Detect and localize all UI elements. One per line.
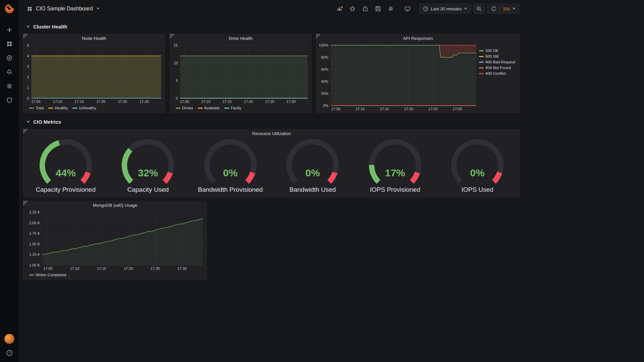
legend-item-200-ok[interactable]: 200 OK (479, 49, 519, 53)
mongodb-usage-chart[interactable]: 17:0517:1017:1517:2017:2517:301.00 K1.25… (24, 209, 206, 271)
sidebar-item-explore[interactable] (0, 51, 19, 65)
legend-item-unhealthy[interactable]: Unhealthy (72, 106, 96, 110)
panel-title[interactable]: Drive Health (170, 34, 312, 43)
gauge-value: 0% (279, 167, 346, 179)
cycle-view-mode-button[interactable] (402, 4, 413, 14)
save-dashboard-button[interactable] (373, 4, 383, 14)
compass-icon (6, 55, 13, 61)
refresh-picker[interactable]: 10s (487, 4, 519, 14)
sidebar-item-alerting[interactable] (0, 65, 19, 79)
gauge-label: Capacity Provisioned (36, 186, 96, 193)
share-icon (362, 6, 368, 12)
row-toggle-cio-metrics[interactable]: CIO Metrics (26, 118, 61, 125)
svg-text:17:20: 17:20 (96, 100, 106, 104)
sidebar-bottom: ? (4, 334, 14, 359)
save-icon (375, 6, 381, 12)
series-color-swatch (198, 108, 203, 109)
gauge-label: Bandwidth Used (289, 186, 336, 193)
panel-info-icon[interactable]: i (23, 129, 28, 134)
legend-label: Faulty (231, 106, 241, 110)
svg-text:17:25: 17:25 (428, 107, 438, 111)
svg-text:17:15: 17:15 (222, 100, 232, 104)
legend-item-available[interactable]: Available (198, 106, 220, 110)
svg-text:17:20: 17:20 (244, 100, 253, 104)
side-menu: ? (0, 0, 19, 362)
svg-text:20%: 20% (321, 92, 328, 96)
dashboard-settings-button[interactable] (386, 4, 396, 14)
series-color-swatch (479, 62, 484, 63)
legend: Writes Completed (24, 271, 206, 279)
svg-text:2.25 K: 2.25 K (29, 210, 40, 214)
time-range-picker[interactable]: Last 30 minutes (419, 4, 471, 14)
panel-info-icon[interactable]: i (23, 34, 28, 39)
panel-info-icon[interactable]: i (23, 201, 28, 206)
gauge-value: 0% (444, 167, 511, 179)
clock-icon (423, 6, 428, 11)
svg-text:17:30: 17:30 (140, 100, 149, 104)
svg-text:1.50 K: 1.50 K (29, 242, 40, 246)
chevron-down-icon (26, 120, 30, 123)
divider (499, 6, 500, 12)
legend-item-409-conflict[interactable]: 409 Conflict (479, 71, 519, 75)
legend-item-writes-completed[interactable]: Writes Completed (29, 273, 66, 277)
svg-text:3: 3 (27, 64, 29, 68)
add-panel-button[interactable] (335, 4, 345, 14)
time-range-label: Last 30 minutes (431, 6, 462, 11)
panel-title[interactable]: API Responses (316, 34, 520, 43)
legend-label: 400 Bad Request (485, 60, 515, 64)
svg-text:5: 5 (27, 43, 29, 47)
legend-item-400-bad-request[interactable]: 400 Bad Request (479, 60, 519, 64)
zoom-out-time-button[interactable] (474, 4, 485, 14)
svg-text:40%: 40% (321, 79, 328, 83)
add-panel-icon (337, 6, 343, 12)
svg-text:15: 15 (174, 43, 178, 47)
dashboards-icon (6, 41, 13, 47)
caret-down-icon (464, 8, 467, 10)
panel-node-health: i Node Health 17:0517:1017:1517:2017:251… (23, 34, 165, 113)
legend-item-drives[interactable]: Drives (176, 106, 193, 110)
legend-item-healthy[interactable]: Healthy (48, 106, 68, 110)
drive-health-chart[interactable]: 17:0517:1017:1517:2017:2517:30051015 (171, 43, 310, 104)
caret-down-icon (96, 8, 100, 10)
sidebar-item-create[interactable] (0, 23, 19, 37)
sidebar-item-configuration[interactable] (0, 79, 19, 93)
gauge-bandwidth-provisioned: 0% Bandwidth Provisioned (190, 139, 271, 193)
panel-drive-health: i Drive Health 17:0517:1017:1517:2017:25… (169, 34, 312, 113)
panel-title[interactable]: Resource Utilization (23, 129, 520, 138)
panel-title[interactable]: MongoDB (vd0) Usage (23, 201, 207, 209)
node-health-chart[interactable]: 17:0517:1017:1517:2017:2517:30012345 (24, 43, 164, 104)
sidebar-item-help[interactable]: ? (6, 349, 13, 357)
search-minus-icon (476, 6, 482, 12)
svg-text:1.25 K: 1.25 K (29, 252, 40, 256)
legend-label: Healthy (55, 106, 68, 110)
gauge-label: IOPS Provisioned (370, 186, 420, 193)
panel-title[interactable]: Node Health (23, 34, 165, 43)
series-color-swatch (48, 108, 53, 109)
svg-text:17:05: 17:05 (43, 266, 53, 270)
svg-text:1: 1 (27, 85, 29, 89)
legend-item-total[interactable]: Total (29, 106, 44, 110)
row-toggle-cluster-health[interactable]: Cluster Health (26, 23, 67, 30)
legend-item-404-not-found[interactable]: 404 Not Found (479, 66, 519, 70)
svg-text:17:30: 17:30 (453, 107, 462, 111)
plus-icon (6, 26, 13, 33)
panel-info-icon[interactable]: i (170, 34, 175, 39)
sidebar-item-dashboards[interactable] (0, 37, 19, 51)
share-dashboard-button[interactable] (360, 4, 370, 14)
sidebar-item-server-admin[interactable] (0, 93, 19, 107)
svg-text:60%: 60% (321, 67, 328, 71)
grafana-logo[interactable] (4, 3, 15, 14)
dashboard-title-button[interactable]: CIO Sample Dashboard (24, 4, 102, 14)
panel-info-icon[interactable]: i (316, 34, 321, 39)
svg-text:17:15: 17:15 (380, 107, 389, 111)
star-dashboard-button[interactable] (347, 4, 358, 14)
api-responses-chart[interactable]: 17:0517:1017:1517:2017:2517:300%20%40%60… (317, 43, 479, 112)
legend-item-faulty[interactable]: Faulty (224, 106, 241, 110)
legend: Drives Available Faulty (171, 104, 310, 112)
gauge-arc: 0% (444, 139, 511, 185)
svg-text:10: 10 (174, 61, 178, 65)
user-avatar[interactable] (4, 334, 14, 344)
legend-item-500-ise[interactable]: 500 ISE (479, 54, 519, 58)
svg-text:17:20: 17:20 (124, 266, 133, 270)
legend-label: 404 Not Found (485, 66, 511, 70)
